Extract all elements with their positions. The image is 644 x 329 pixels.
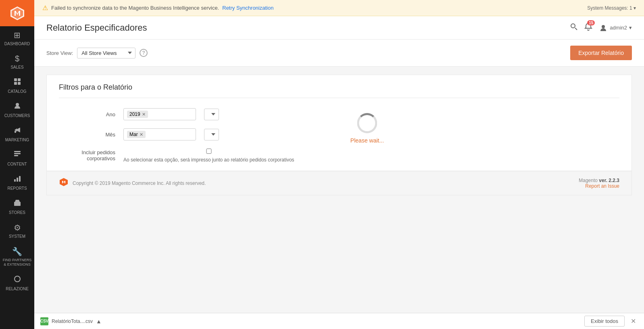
system-messages[interactable]: System Messages: 1 ▾ <box>587 5 636 11</box>
incluir-checkbox[interactable] <box>123 149 294 154</box>
search-button[interactable] <box>570 23 578 33</box>
sidebar-item-find-partners[interactable]: 🔧 FIND PARTNERS & EXTENSIONS <box>0 243 34 271</box>
sidebar-logo <box>0 0 34 26</box>
svg-point-14 <box>15 276 20 282</box>
page-title: Relatorio Especificadores <box>46 23 147 33</box>
svg-rect-3 <box>18 82 21 85</box>
sales-icon: $ <box>15 54 19 63</box>
svg-rect-8 <box>14 155 18 156</box>
svg-point-17 <box>602 25 605 28</box>
download-file: CSV RelatórioTota....csv ▲ <box>40 317 102 325</box>
footer-right: Magento ver. 2.2.3 Report an Issue <box>579 178 619 189</box>
mes-label: Mês <box>59 132 115 138</box>
mes-tag-remove[interactable]: ✕ <box>140 132 143 137</box>
catalog-icon <box>13 78 21 88</box>
svg-rect-13 <box>16 203 19 206</box>
close-button[interactable]: ✕ <box>629 317 638 325</box>
sidebar: ⊞ DASHBOARD $ SALES CATALOG CUSTOMERS <box>0 0 34 329</box>
svg-rect-5 <box>15 131 16 133</box>
svg-rect-6 <box>14 151 21 152</box>
alert-message: Failed to synchronize data to the Magent… <box>51 5 219 11</box>
content-icon <box>13 150 21 160</box>
main-content: ⚠ Failed to synchronize data to the Mage… <box>34 0 644 329</box>
incluir-hint: Ao selecionar esta opção, será impresso … <box>123 157 294 163</box>
sidebar-item-stores[interactable]: STORES <box>0 195 34 219</box>
header-actions: 15 admin2 ▾ <box>570 22 632 33</box>
svg-rect-7 <box>14 153 21 154</box>
stores-icon <box>13 199 21 209</box>
filters-title: Filtros para o Relatório <box>59 83 619 98</box>
top-header: Relatorio Especificadores 15 <box>34 16 644 40</box>
filename-label: RelatórioTota....csv <box>52 319 93 324</box>
incluir-label: Incluir pedidos corporativos <box>59 149 115 161</box>
svg-point-4 <box>16 103 19 106</box>
mes-tag-input[interactable]: Mar ✕ <box>123 128 196 140</box>
warning-icon: ⚠ <box>42 4 48 12</box>
svg-rect-11 <box>19 176 21 182</box>
store-view-select[interactable]: All Store Views Default Store View <box>77 48 135 59</box>
content-area: Store View: All Store Views Default Stor… <box>34 40 644 329</box>
footer-copyright: Copyright © 2019 Magento Commerce Inc. A… <box>73 180 206 186</box>
mes-tag: Mar ✕ <box>127 131 146 138</box>
ano-dropdown[interactable] <box>204 109 219 120</box>
svg-rect-9 <box>14 179 16 182</box>
reports-icon <box>13 174 21 184</box>
sidebar-item-customers[interactable]: CUSTOMERS <box>0 98 34 122</box>
system-icon: ⚙ <box>14 223 21 233</box>
view-all-button[interactable]: Exibir todos <box>584 316 625 327</box>
sidebar-item-system[interactable]: ⚙ SYSTEM <box>0 219 34 243</box>
footer-logo <box>59 177 69 189</box>
sidebar-item-relazione[interactable]: RELAZIONE <box>0 271 34 295</box>
filters-section: Filtros para o Relatório Ano 2019 ✕ <box>46 75 632 195</box>
customers-icon <box>13 102 21 112</box>
sidebar-item-marketing[interactable]: MARKETING <box>0 122 34 146</box>
ano-tag-remove[interactable]: ✕ <box>142 112 146 117</box>
notification-count: 15 <box>587 20 595 25</box>
ano-tag-input[interactable]: 2019 ✕ <box>123 108 196 120</box>
mes-filter-row: Mês Mar ✕ <box>59 128 619 140</box>
sidebar-item-sales[interactable]: $ SALES <box>0 50 34 73</box>
marketing-icon <box>13 126 21 136</box>
bottom-bar-actions: Exibir todos ✕ <box>584 316 638 327</box>
retry-link[interactable]: Retry Synchronization <box>222 5 273 11</box>
admin-label: admin2 <box>610 25 627 31</box>
store-view-bar: Store View: All Store Views Default Stor… <box>34 40 644 67</box>
footer-left: Copyright © 2019 Magento Commerce Inc. A… <box>59 177 206 189</box>
mes-dropdown[interactable] <box>204 129 219 140</box>
find-partners-icon: 🔧 <box>12 247 22 256</box>
ano-filter-row: Ano 2019 ✕ <box>59 108 619 120</box>
magento-version: Magento ver. 2.2.3 <box>579 178 619 183</box>
export-button[interactable]: Exportar Relatório <box>570 46 632 60</box>
alert-left: ⚠ Failed to synchronize data to the Mage… <box>42 4 273 12</box>
relazione-icon <box>13 275 21 285</box>
sidebar-item-reports[interactable]: REPORTS <box>0 170 34 195</box>
admin-menu-button[interactable]: admin2 ▾ <box>599 23 632 32</box>
ano-tag: 2019 ✕ <box>127 111 148 118</box>
svg-rect-2 <box>14 82 17 85</box>
alert-banner: ⚠ Failed to synchronize data to the Mage… <box>34 0 644 16</box>
csv-icon: CSV <box>40 317 48 325</box>
incluir-checkbox-area: Ao selecionar esta opção, será impresso … <box>123 149 294 163</box>
sidebar-item-catalog[interactable]: CATALOG <box>0 73 34 98</box>
notifications-button[interactable]: 15 <box>584 22 593 33</box>
svg-rect-10 <box>17 178 18 182</box>
sidebar-item-content[interactable]: CONTENT <box>0 146 34 170</box>
sidebar-item-dashboard[interactable]: ⊞ DASHBOARD <box>0 26 34 50</box>
bottom-bar: CSV RelatórioTota....csv ▲ Exibir todos … <box>34 313 644 329</box>
help-icon[interactable]: ? <box>140 49 148 57</box>
svg-rect-0 <box>14 78 17 81</box>
chevron-up-icon[interactable]: ▲ <box>96 318 102 325</box>
admin-chevron-icon: ▾ <box>629 25 632 31</box>
incluir-row: Incluir pedidos corporativos Ao selecion… <box>59 149 619 163</box>
ano-label: Ano <box>59 111 115 117</box>
filter-rows-container: Ano 2019 ✕ Mês <box>59 108 619 163</box>
store-view-label: Store View: <box>46 50 73 56</box>
dashboard-icon: ⊞ <box>14 30 21 40</box>
svg-rect-1 <box>18 78 21 81</box>
page-footer: Copyright © 2019 Magento Commerce Inc. A… <box>47 171 631 195</box>
store-view-left: Store View: All Store Views Default Stor… <box>46 48 148 59</box>
report-issue-link[interactable]: Report an Issue <box>585 183 619 189</box>
svg-line-16 <box>575 28 577 30</box>
svg-point-15 <box>571 24 575 28</box>
